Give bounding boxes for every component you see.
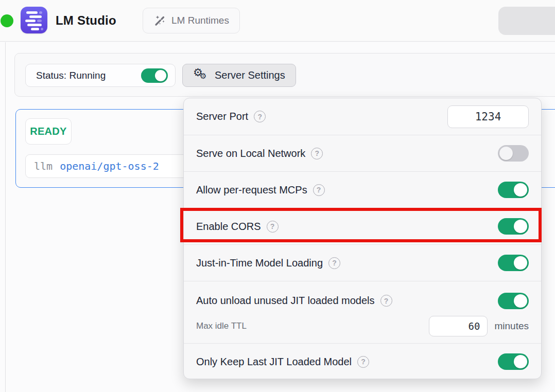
ready-status-badge: READY	[25, 118, 72, 145]
server-port-input[interactable]: 1234	[447, 105, 529, 128]
per-request-mcps-toggle[interactable]	[498, 182, 529, 198]
help-icon[interactable]: ?	[254, 111, 266, 122]
server-settings-panel: Server Port ? 1234 Serve on Local Networ…	[183, 98, 542, 379]
help-icon[interactable]: ?	[311, 148, 323, 159]
toggle-knob	[514, 183, 527, 197]
gears-icon: ⚙⚙	[193, 68, 209, 83]
max-idle-ttl-subrow: Max idle TTL 60 minutes	[184, 314, 541, 343]
help-icon[interactable]: ?	[313, 184, 325, 196]
app-header: LM Studio LM Runtimes	[0, 0, 555, 42]
magic-wand-icon	[153, 14, 166, 27]
help-icon[interactable]: ?	[328, 257, 340, 269]
server-settings-button[interactable]: ⚙⚙ Server Settings	[182, 64, 296, 87]
toggle-knob	[514, 256, 527, 270]
toggle-knob	[155, 70, 166, 81]
status-label: Status: Running	[36, 70, 106, 81]
lm-runtimes-label: LM Runtimes	[171, 15, 229, 26]
status-pill: Status: Running	[25, 64, 176, 87]
jit-loading-toggle[interactable]	[498, 255, 529, 271]
lm-studio-logo-icon	[21, 7, 47, 33]
setting-row-local-network: Serve on Local Network ?	[184, 135, 541, 171]
content-left-border	[5, 42, 6, 392]
setting-row-keep-last-jit: Only Keep Last JIT Loaded Model ?	[184, 343, 541, 379]
enable-cors-label: Enable CORS	[196, 221, 261, 233]
help-icon[interactable]: ?	[267, 221, 279, 233]
jit-loading-label: Just-in-Time Model Loading	[196, 257, 323, 269]
window-control-placeholder[interactable]	[498, 7, 555, 35]
max-idle-ttl-label: Max idle TTL	[196, 321, 247, 331]
keep-last-jit-label: Only Keep Last JIT Loaded Model	[196, 356, 352, 368]
per-request-mcps-label: Allow per-request MCPs	[196, 184, 307, 196]
toggle-knob	[514, 355, 527, 368]
setting-row-jit-loading: Just-in-Time Model Loading ?	[184, 244, 541, 281]
lm-runtimes-button[interactable]: LM Runtimes	[143, 8, 240, 33]
local-network-toggle[interactable]	[498, 145, 529, 162]
help-icon[interactable]: ?	[380, 295, 392, 307]
model-id-label: openai/gpt-oss-2	[60, 160, 159, 172]
minutes-unit-label: minutes	[494, 320, 529, 332]
server-port-label: Server Port	[196, 111, 248, 122]
auto-unload-toggle[interactable]	[498, 293, 529, 309]
server-toolbar: Status: Running ⚙⚙ Server Settings	[14, 53, 555, 97]
toggle-knob	[514, 294, 527, 308]
status-dot-icon	[1, 14, 13, 27]
server-settings-label: Server Settings	[215, 69, 285, 81]
setting-row-auto-unload: Auto unload unused JIT loaded models ? M…	[184, 281, 541, 343]
server-status-toggle[interactable]	[141, 68, 168, 83]
toggle-knob	[499, 147, 513, 160]
help-icon[interactable]: ?	[357, 356, 369, 368]
model-type-label: llm	[34, 160, 53, 172]
enable-cors-toggle[interactable]	[498, 218, 529, 235]
setting-row-enable-cors: Enable CORS ?	[184, 208, 541, 244]
local-network-label: Serve on Local Network	[196, 148, 305, 159]
auto-unload-label: Auto unload unused JIT loaded models	[196, 295, 375, 307]
keep-last-jit-toggle[interactable]	[498, 353, 529, 370]
toggle-knob	[514, 220, 527, 233]
max-idle-ttl-input[interactable]: 60	[429, 316, 488, 336]
app-title: LM Studio	[56, 13, 116, 28]
setting-row-per-request-mcps: Allow per-request MCPs ?	[184, 171, 541, 208]
setting-row-server-port: Server Port ? 1234	[184, 98, 541, 135]
